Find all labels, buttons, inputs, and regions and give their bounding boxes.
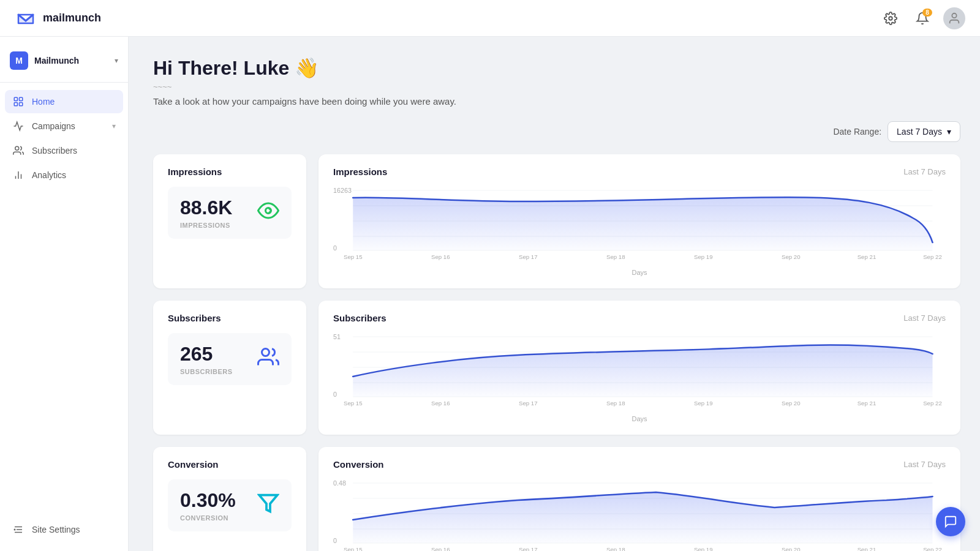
greeting-title: Hi There! Luke 👋	[153, 56, 960, 80]
impressions-chart-card: Impressions Last 7 Days 16263 0	[318, 154, 960, 288]
subscribers-value-block: 265 SUBSCRIBERS	[180, 343, 233, 375]
greeting-subtitle: ~~~~	[153, 82, 960, 91]
svg-rect-4	[20, 97, 23, 100]
campaigns-chevron-icon: ▾	[112, 122, 116, 130]
sidebar-item-site-settings-label: Site Settings	[32, 525, 116, 534]
sidebar-item-campaigns-label: Campaigns	[32, 121, 105, 131]
site-settings-icon	[12, 524, 24, 535]
app-body: M Mailmunch ▾ Home	[0, 37, 980, 551]
conversion-row: Conversion 0.30% CONVERSION	[153, 447, 960, 551]
svg-text:Sep 17: Sep 17	[519, 400, 538, 407]
date-range-chevron-icon: ▾	[947, 127, 951, 137]
conversion-card-title: Conversion	[168, 459, 292, 470]
svg-text:0.48: 0.48	[333, 480, 346, 487]
subscribers-card-inner: 265 SUBSCRIBERS	[168, 333, 292, 385]
conversion-value: 0.30%	[180, 489, 236, 512]
date-range-value: Last 7 Days	[897, 127, 942, 137]
svg-point-31	[262, 349, 270, 356]
subscribers-icon	[12, 145, 24, 156]
subscribers-chart-x-label: Days	[333, 415, 946, 422]
conversion-chart-card: Conversion Last 7 Days 0.48 0	[318, 447, 960, 551]
workspace-selector[interactable]: M Mailmunch ▾	[0, 47, 128, 80]
logo[interactable]: mailmunch	[15, 7, 101, 29]
svg-text:Sep 18: Sep 18	[606, 400, 625, 407]
svg-text:Sep 20: Sep 20	[782, 254, 801, 260]
svg-point-1	[889, 17, 892, 20]
subscribers-card-title: Subscribers	[168, 313, 292, 323]
svg-text:Sep 20: Sep 20	[782, 400, 801, 407]
subscribers-chart-days: Last 7 Days	[903, 313, 946, 323]
svg-marker-47	[259, 495, 277, 512]
svg-text:51: 51	[333, 334, 341, 340]
svg-text:Sep 19: Sep 19	[694, 400, 713, 407]
svg-point-7	[15, 146, 19, 150]
sidebar-item-campaigns[interactable]: Campaigns ▾	[5, 114, 123, 138]
campaigns-icon	[12, 121, 24, 132]
stats-grid: Impressions 88.6K IMPRESSIONS	[153, 154, 960, 551]
impressions-row: Impressions 88.6K IMPRESSIONS	[153, 154, 960, 288]
conversion-icon	[257, 492, 279, 519]
svg-text:Sep 22: Sep 22	[923, 547, 942, 551]
workspace-icon: M	[10, 51, 28, 70]
svg-text:Sep 20: Sep 20	[782, 547, 801, 551]
sidebar-item-subscribers[interactable]: Subscribers	[5, 139, 123, 162]
analytics-icon	[12, 170, 24, 181]
chat-icon	[944, 515, 957, 528]
subscribers-chart-card: Subscribers Last 7 Days 51 0	[318, 301, 960, 435]
settings-icon	[884, 12, 897, 25]
impressions-label: IMPRESSIONS	[180, 222, 232, 229]
svg-text:Sep 16: Sep 16	[431, 547, 450, 551]
subscribers-stat-card: Subscribers 265 SUBSCRIBERS	[153, 301, 306, 435]
conversion-chart-days: Last 7 Days	[903, 460, 946, 469]
impressions-chart: 16263 0 Sep 15 Sep 16	[333, 184, 946, 264]
svg-point-2	[952, 13, 956, 17]
chat-button[interactable]	[936, 507, 965, 536]
conversion-chart: 0.48 0 Sep 15 Sep 16 Sep 17 Sep 18 Se	[333, 477, 946, 551]
svg-text:Sep 16: Sep 16	[431, 254, 450, 260]
date-range-select[interactable]: Last 7 Days ▾	[888, 121, 960, 142]
svg-text:Sep 15: Sep 15	[344, 254, 363, 260]
impressions-chart-days: Last 7 Days	[903, 167, 946, 176]
notification-badge: 8	[922, 9, 932, 17]
topnav-actions: 8	[880, 7, 965, 29]
svg-text:0: 0	[333, 245, 337, 252]
svg-text:Sep 21: Sep 21	[858, 400, 876, 407]
svg-text:0: 0	[333, 538, 337, 544]
main-content: Hi There! Luke 👋 ~~~~ Take a look at how…	[129, 37, 980, 551]
settings-icon-btn[interactable]	[880, 7, 902, 29]
impressions-chart-x-label: Days	[333, 269, 946, 276]
impressions-value-block: 88.6K IMPRESSIONS	[180, 197, 232, 229]
user-avatar[interactable]	[943, 7, 965, 29]
subscribers-row: Subscribers 265 SUBSCRIBERS	[153, 301, 960, 435]
impressions-icon	[257, 200, 279, 226]
sidebar-item-site-settings[interactable]: Site Settings	[5, 518, 123, 541]
logo-text: mailmunch	[43, 12, 101, 24]
subscribers-icon	[257, 346, 279, 372]
subscribers-chart: 51 0 Sep 15 Sep 16 Sep 17 Sep 18 Sep	[333, 331, 946, 410]
notification-btn[interactable]: 8	[911, 7, 933, 29]
sidebar-item-home-label: Home	[32, 97, 116, 107]
workspace-chevron-icon: ▾	[115, 56, 118, 65]
svg-text:Sep 18: Sep 18	[606, 547, 625, 551]
impressions-value: 88.6K	[180, 197, 232, 219]
sidebar-item-analytics[interactable]: Analytics	[5, 163, 123, 187]
sidebar-item-analytics-label: Analytics	[32, 170, 116, 180]
svg-text:Sep 15: Sep 15	[344, 400, 363, 407]
conversion-stat-card: Conversion 0.30% CONVERSION	[153, 447, 306, 551]
impressions-chart-title: Impressions	[333, 167, 387, 177]
topnav: mailmunch 8	[0, 0, 980, 37]
svg-text:Sep 16: Sep 16	[431, 400, 450, 407]
svg-text:Sep 18: Sep 18	[606, 254, 625, 260]
svg-text:Sep 21: Sep 21	[858, 254, 876, 260]
svg-text:Sep 17: Sep 17	[519, 254, 538, 260]
svg-text:16263: 16263	[333, 187, 352, 194]
subscribers-value: 265	[180, 343, 233, 365]
conversion-chart-title: Conversion	[333, 459, 384, 470]
conversion-chart-header: Conversion Last 7 Days	[333, 459, 946, 470]
greeting-description: Take a look at how your campaigns have b…	[153, 96, 960, 107]
svg-rect-5	[14, 103, 17, 106]
conversion-label: CONVERSION	[180, 514, 236, 522]
svg-rect-3	[14, 97, 17, 100]
sidebar-item-home[interactable]: Home	[5, 90, 123, 113]
impressions-card-inner: 88.6K IMPRESSIONS	[168, 187, 292, 239]
